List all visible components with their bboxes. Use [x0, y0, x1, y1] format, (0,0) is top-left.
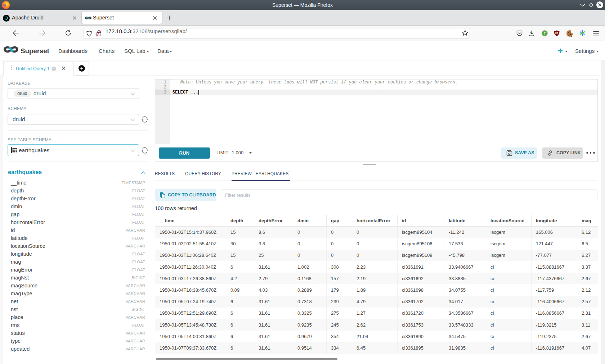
- svg-text:UO: UO: [555, 32, 559, 34]
